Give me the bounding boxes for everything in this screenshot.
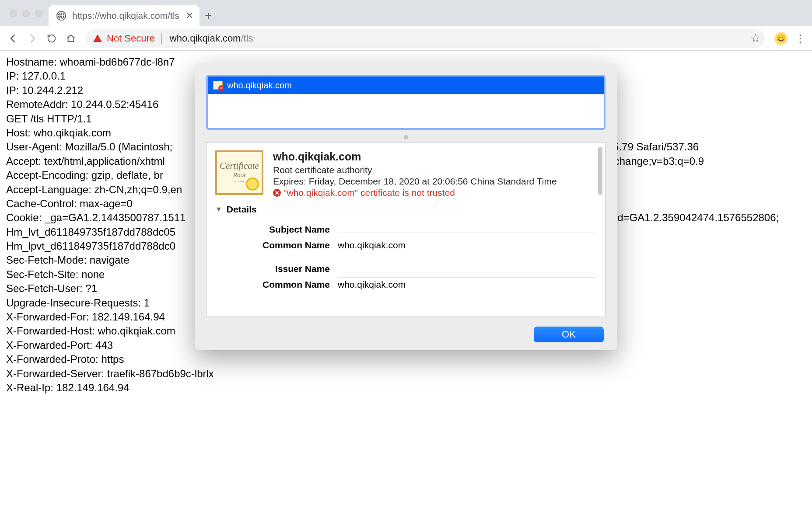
- certificate-chain-item[interactable]: who.qikqiak.com: [208, 77, 604, 94]
- reload-button[interactable]: [44, 31, 60, 46]
- bookmark-star-icon[interactable]: ☆: [750, 31, 760, 45]
- not-secure-label: Not Secure: [107, 33, 155, 44]
- certificate-detail-box: Certificate Root ~~~ who.qikqiak.com Roo…: [206, 142, 606, 317]
- common-name-label: Common Name: [250, 240, 338, 251]
- tab-title: https://who.qikqiak.com/tls: [72, 10, 179, 21]
- certificate-chain-name: who.qikqiak.com: [227, 80, 292, 90]
- ok-button[interactable]: OK: [534, 327, 604, 342]
- window-traffic-lights: [5, 10, 49, 17]
- browser-tab-strip: https://who.qikqiak.com/tls ✕ +: [0, 0, 812, 26]
- issuer-common-name-value: who.qikqiak.com: [338, 277, 596, 290]
- certificate-authority-line: Root certificate authority: [273, 165, 557, 175]
- disclosure-triangle-icon: ▼: [215, 205, 222, 213]
- warning-triangle-icon: [93, 34, 102, 43]
- seal-icon: [246, 177, 259, 191]
- home-button[interactable]: [63, 31, 79, 46]
- certificate-dialog: who.qikqiak.com Certificate Root ~~~ who…: [195, 63, 617, 350]
- window-close-dot[interactable]: [10, 10, 17, 17]
- error-circle-icon: ✕: [273, 189, 281, 197]
- certificate-summary: Certificate Root ~~~ who.qikqiak.com Roo…: [215, 150, 596, 198]
- address-bar[interactable]: Not Secure │ who.qikqiak.com/tls ☆: [86, 29, 765, 48]
- window-zoom-dot[interactable]: [35, 10, 42, 17]
- address-host: who.qikqiak.com: [170, 33, 241, 44]
- certificate-chain-box[interactable]: who.qikqiak.com: [206, 75, 606, 130]
- forward-button[interactable]: [24, 31, 40, 46]
- profile-avatar[interactable]: 😀: [774, 32, 788, 45]
- browser-toolbar: Not Secure │ who.qikqiak.com/tls ☆ 😀 ⋮: [0, 26, 812, 51]
- details-label: Details: [227, 204, 257, 215]
- certificate-badge-icon: [213, 81, 223, 90]
- certificate-title: who.qikqiak.com: [273, 150, 557, 163]
- details-toggle[interactable]: ▼ Details: [215, 204, 596, 215]
- common-name-label: Common Name: [250, 279, 338, 290]
- address-separator: │: [159, 33, 165, 44]
- close-tab-icon[interactable]: ✕: [186, 10, 193, 21]
- certificate-root-icon: Certificate Root ~~~: [215, 150, 263, 195]
- globe-icon: [56, 11, 66, 21]
- subject-name-heading: Subject Name: [250, 224, 338, 235]
- resize-handle-icon[interactable]: [404, 135, 408, 139]
- certificate-error-line: ✕ "who.qikqiak.com" certificate is not t…: [273, 188, 557, 198]
- window-minimize-dot[interactable]: [22, 10, 30, 17]
- certificate-details-grid: Subject Name Common Name who.qikqiak.com…: [250, 219, 596, 290]
- new-tab-button[interactable]: +: [200, 5, 217, 26]
- certificate-expires-line: Expires: Friday, December 18, 2020 at 20…: [273, 176, 557, 187]
- browser-tab[interactable]: https://who.qikqiak.com/tls ✕: [49, 5, 200, 26]
- subject-common-name-value: who.qikqiak.com: [338, 238, 596, 251]
- browser-menu-icon[interactable]: ⋮: [794, 32, 807, 45]
- issuer-name-heading: Issuer Name: [250, 264, 338, 274]
- back-button[interactable]: [5, 31, 21, 46]
- address-path: /tls: [241, 33, 253, 44]
